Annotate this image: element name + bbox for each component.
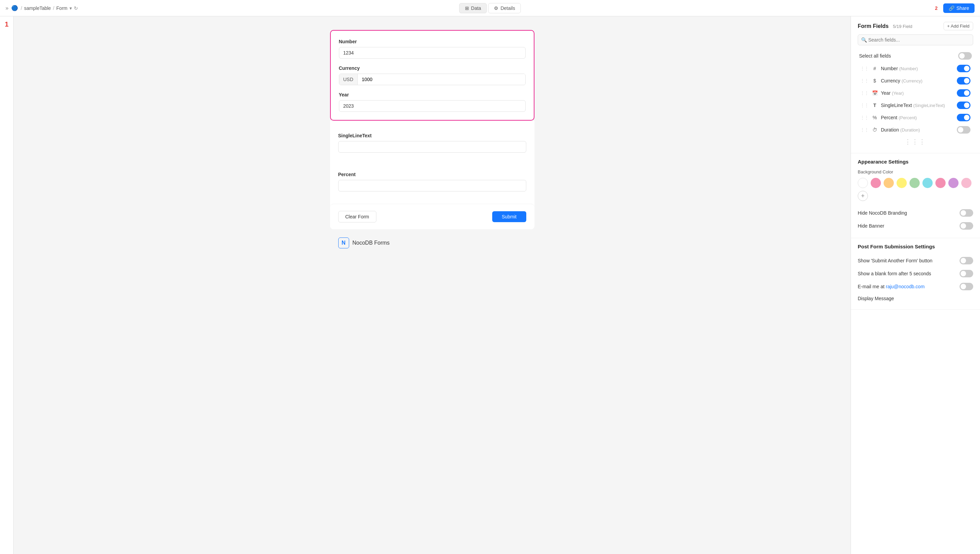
show-blank-slider <box>959 270 973 277</box>
year-label: Year <box>339 92 526 97</box>
color-swatch-yellow[interactable] <box>897 178 907 188</box>
email-toggle[interactable] <box>959 283 973 290</box>
form-fields-title-group: Form Fields 5/19 Field <box>858 23 912 29</box>
hide-banner-toggle[interactable] <box>959 222 973 230</box>
email-link[interactable]: raju@nocodb.com <box>886 284 924 289</box>
color-swatch-orange[interactable] <box>884 178 894 188</box>
details-tab-icon: ⚙ <box>494 5 498 11</box>
toggle-duration[interactable] <box>957 126 970 134</box>
field-count-badge: 5/19 Field <box>893 24 912 29</box>
field-group-number: Number <box>339 39 526 59</box>
show-another-toggle[interactable] <box>959 257 973 264</box>
topnav-right: 2 🔗 Share <box>521 3 975 13</box>
field-group-currency: Currency USD <box>339 65 526 85</box>
toggle-singlelinetext-slider <box>957 102 970 109</box>
show-blank-toggle[interactable] <box>959 270 973 277</box>
number-input[interactable] <box>339 47 526 59</box>
toggle-currency[interactable] <box>957 77 970 84</box>
singlelinetext-label: SingleLineText <box>338 133 526 138</box>
singlelinetext-input[interactable] <box>338 141 526 153</box>
breadcrumb-table[interactable]: sampleTable <box>24 5 51 11</box>
toggle-number[interactable] <box>957 65 970 72</box>
color-swatches: + <box>858 178 973 201</box>
drag-icon-percent: ⋮⋮ <box>861 115 869 120</box>
color-swatch-cyan[interactable] <box>923 178 933 188</box>
color-swatch-pink[interactable] <box>871 178 881 188</box>
field-section-percent: Percent <box>330 165 535 198</box>
form-actions: Clear Form Submit <box>330 204 535 229</box>
breadcrumb-sep2: / <box>53 5 54 11</box>
data-tab-button[interactable]: ⊞ Data <box>459 3 487 13</box>
details-tab-button[interactable]: ⚙ Details <box>488 3 521 13</box>
color-swatch-pink2[interactable] <box>935 178 946 188</box>
year-input[interactable] <box>339 100 526 112</box>
select-all-toggle[interactable] <box>958 52 972 60</box>
bg-color-label: Background Color <box>858 169 973 174</box>
appearance-settings-section: Appearance Settings Background Color + H… <box>851 153 980 238</box>
more-fields-indicator: ⋮⋮⋮ <box>859 136 972 148</box>
submit-button[interactable]: Submit <box>492 211 526 222</box>
field-icon-percent: % <box>871 115 878 120</box>
highlighted-fields-section: Number Currency USD Year <box>330 30 535 121</box>
hide-branding-label: Hide NocoDB Branding <box>858 210 907 216</box>
nocodb-footer-label: NocoDB Forms <box>353 240 390 246</box>
appearance-title: Appearance Settings <box>858 159 973 165</box>
percent-input[interactable] <box>338 180 526 191</box>
toggle-percent-slider <box>957 114 970 121</box>
field-name-percent: Percent (Percent) <box>881 115 954 120</box>
search-fields-input[interactable] <box>858 34 973 45</box>
currency-input[interactable] <box>358 74 525 85</box>
clear-form-button[interactable]: Clear Form <box>338 211 376 223</box>
chevron-down-icon[interactable]: ▾ <box>70 5 72 11</box>
expand-icon[interactable]: » <box>5 5 8 11</box>
percent-label: Percent <box>338 172 526 177</box>
db-icon: 🔵 <box>11 5 18 11</box>
color-add-button[interactable]: + <box>858 191 868 201</box>
breadcrumb-form[interactable]: Form <box>56 5 67 11</box>
display-message-row: Display Message <box>858 293 973 304</box>
share-button[interactable]: 🔗 Share <box>943 3 975 13</box>
post-submission-section: Post Form Submission Settings Show 'Subm… <box>851 238 980 310</box>
left-sidebar: 1 <box>0 16 14 554</box>
drag-icon-number: ⋮⋮ <box>861 66 869 71</box>
color-swatch-purple[interactable] <box>948 178 959 188</box>
post-submission-title: Post Form Submission Settings <box>858 244 973 249</box>
breadcrumb: / sampleTable / Form ▾ ↻ <box>21 5 78 11</box>
data-tab-icon: ⊞ <box>465 5 469 11</box>
hide-branding-row: Hide NocoDB Branding <box>858 207 973 220</box>
drag-icon-currency: ⋮⋮ <box>861 78 869 83</box>
right-panel: Form Fields 5/19 Field + Add Field 🔍 Sel… <box>851 16 980 554</box>
hide-banner-label: Hide Banner <box>858 223 884 229</box>
show-blank-label: Show a blank form after 5 seconds <box>858 271 931 276</box>
email-row: E-mail me at raju@nocodb.com <box>858 280 973 293</box>
field-row-number: ⋮⋮ # Number (Number) <box>859 62 972 75</box>
drag-icon-singlelinetext: ⋮⋮ <box>861 103 869 108</box>
field-name-currency: Currency (Currency) <box>881 78 954 83</box>
nocodb-footer: N NocoDB Forms <box>330 237 535 248</box>
toggle-percent[interactable] <box>957 114 970 121</box>
data-tab-label: Data <box>471 5 481 11</box>
field-icon-year: 📅 <box>871 90 878 96</box>
search-box: 🔍 <box>858 34 973 45</box>
add-field-button[interactable]: + Add Field <box>943 22 973 30</box>
show-blank-row: Show a blank form after 5 seconds <box>858 267 973 280</box>
drag-icon-year: ⋮⋮ <box>861 91 869 96</box>
toggle-singlelinetext[interactable] <box>957 102 970 109</box>
refresh-icon[interactable]: ↻ <box>74 5 78 11</box>
toggle-year[interactable] <box>957 89 970 97</box>
hide-branding-toggle[interactable] <box>959 209 973 217</box>
hide-banner-row: Hide Banner <box>858 220 973 232</box>
form-area: Number Currency USD Year <box>14 16 851 554</box>
field-name-number: Number (Number) <box>881 66 954 71</box>
plain-fields-container: SingleLineText Percent Clear Form Submit <box>330 121 535 229</box>
color-swatch-white[interactable] <box>858 178 868 188</box>
search-icon: 🔍 <box>861 37 867 43</box>
field-icon-singlelinetext: T <box>871 103 878 108</box>
color-swatch-green[interactable] <box>910 178 920 188</box>
field-group-year: Year <box>339 92 526 112</box>
nocodb-logo-icon: N <box>338 237 349 248</box>
toggle-number-slider <box>957 65 970 72</box>
color-swatch-lightpink[interactable] <box>961 178 972 188</box>
select-all-label: Select all fields <box>859 53 891 59</box>
drag-icon-duration: ⋮⋮ <box>861 127 869 132</box>
